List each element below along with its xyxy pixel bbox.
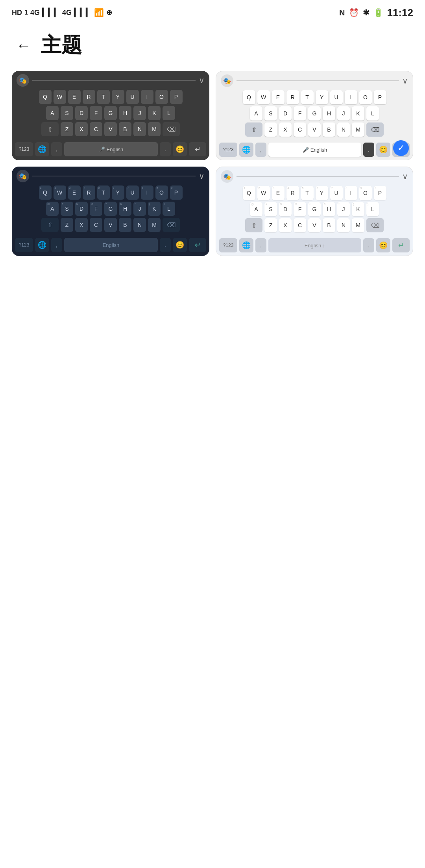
- period-key[interactable]: .: [363, 143, 374, 157]
- key-J[interactable]: *J: [337, 202, 350, 216]
- key-C[interactable]: C: [90, 122, 102, 136]
- globe-key[interactable]: 🌐: [239, 238, 253, 252]
- key-G[interactable]: G: [308, 106, 321, 121]
- key-J[interactable]: J: [133, 106, 146, 120]
- emoji-key[interactable]: 😊: [173, 142, 187, 156]
- key-Y[interactable]: 6Y: [112, 185, 124, 200]
- key-Q[interactable]: Q: [243, 90, 255, 104]
- theme-card-dark-gray[interactable]: 🎭 ∨ Q W E R T Y U I O P A S D: [12, 71, 209, 160]
- period-key[interactable]: .: [363, 238, 374, 252]
- key-G[interactable]: ^G: [104, 202, 117, 216]
- sym-key[interactable]: ?123: [15, 238, 33, 252]
- shift-key[interactable]: ⇧: [41, 122, 59, 136]
- key-K[interactable]: K: [352, 106, 364, 121]
- key-J[interactable]: J: [337, 106, 350, 121]
- key-I[interactable]: I: [141, 90, 153, 104]
- key-A[interactable]: A: [250, 106, 262, 121]
- key-A[interactable]: @A: [250, 202, 262, 216]
- comma-key[interactable]: ,: [51, 238, 62, 252]
- key-S[interactable]: #S: [264, 202, 277, 216]
- key-N[interactable]: N: [337, 122, 350, 137]
- key-L[interactable]: L: [163, 106, 175, 120]
- key-K[interactable]: (K: [148, 202, 161, 216]
- shift-key[interactable]: ⇧: [245, 122, 262, 137]
- key-K[interactable]: K: [148, 106, 161, 120]
- key-C[interactable]: C: [90, 218, 102, 232]
- theme-card-light-blue[interactable]: 🎭 ∨ 1Q 2W 3E 4R 5T 6Y 7U 8I 9O 0P @A #S …: [216, 167, 413, 256]
- key-W[interactable]: W: [54, 90, 66, 104]
- emoji-key[interactable]: 😊: [376, 143, 390, 157]
- key-U[interactable]: 7U: [330, 186, 343, 200]
- key-H[interactable]: H: [323, 106, 335, 121]
- key-V[interactable]: V: [308, 218, 321, 232]
- spacebar[interactable]: English ↑: [268, 238, 361, 252]
- backspace-key[interactable]: ⌫: [366, 122, 384, 137]
- key-B[interactable]: B: [323, 218, 335, 232]
- key-Z[interactable]: Z: [264, 218, 277, 232]
- globe-key[interactable]: 🌐: [239, 143, 253, 157]
- key-Z[interactable]: Z: [264, 122, 277, 137]
- key-U[interactable]: U: [126, 90, 139, 104]
- key-T[interactable]: T: [301, 90, 314, 104]
- comma-key[interactable]: ,: [255, 143, 266, 157]
- key-L[interactable]: L: [366, 106, 379, 121]
- key-C[interactable]: C: [294, 218, 306, 232]
- key-W[interactable]: W: [257, 90, 270, 104]
- spacebar[interactable]: English: [64, 238, 158, 252]
- sym-key[interactable]: ?123: [219, 238, 237, 252]
- key-R[interactable]: 4R: [83, 185, 95, 200]
- sym-key[interactable]: ?123: [219, 143, 237, 157]
- spacebar[interactable]: 🎤 English: [64, 142, 158, 156]
- key-B[interactable]: B: [119, 218, 131, 232]
- key-S[interactable]: S: [61, 106, 73, 120]
- key-E[interactable]: 3E: [272, 186, 285, 200]
- key-R[interactable]: R: [286, 90, 299, 104]
- back-button[interactable]: ←: [16, 37, 31, 54]
- key-R[interactable]: 4R: [286, 186, 299, 200]
- key-D[interactable]: D: [279, 106, 292, 121]
- key-Y[interactable]: Y: [112, 90, 124, 104]
- key-N[interactable]: N: [133, 218, 146, 232]
- key-L[interactable]: )L: [366, 202, 379, 216]
- key-V[interactable]: V: [308, 122, 321, 137]
- key-D[interactable]: $D: [279, 202, 292, 216]
- key-E[interactable]: E: [68, 90, 81, 104]
- comma-key[interactable]: ,: [255, 238, 266, 252]
- key-C[interactable]: C: [294, 122, 306, 137]
- key-S[interactable]: #S: [61, 202, 73, 216]
- key-Q[interactable]: Q: [39, 90, 52, 104]
- key-X[interactable]: X: [279, 218, 292, 232]
- period-key[interactable]: .: [160, 142, 171, 156]
- shift-key[interactable]: ⇧: [245, 218, 262, 232]
- key-M[interactable]: M: [352, 218, 364, 232]
- key-W[interactable]: 2W: [257, 186, 270, 200]
- key-P[interactable]: 0P: [374, 186, 386, 200]
- backspace-key[interactable]: ⌫: [366, 218, 384, 232]
- key-D[interactable]: D: [75, 106, 88, 120]
- key-Q[interactable]: 1Q: [39, 185, 52, 200]
- key-Z[interactable]: Z: [61, 218, 73, 232]
- key-E[interactable]: 3E: [68, 185, 81, 200]
- key-F[interactable]: %F: [90, 202, 102, 216]
- key-J[interactable]: *J: [133, 202, 146, 216]
- key-U[interactable]: U: [330, 90, 343, 104]
- key-U[interactable]: 7U: [126, 185, 139, 200]
- key-V[interactable]: V: [104, 218, 117, 232]
- key-N[interactable]: N: [337, 218, 350, 232]
- key-Y[interactable]: 6Y: [316, 186, 328, 200]
- key-X[interactable]: X: [279, 122, 292, 137]
- backspace-key[interactable]: ⌫: [163, 218, 180, 232]
- enter-key[interactable]: ↵: [189, 142, 206, 156]
- key-M[interactable]: M: [148, 122, 161, 136]
- key-B[interactable]: B: [119, 122, 131, 136]
- key-F[interactable]: %F: [294, 202, 306, 216]
- key-H[interactable]: &H: [119, 202, 131, 216]
- key-P[interactable]: P: [170, 90, 183, 104]
- key-Y[interactable]: Y: [316, 90, 328, 104]
- key-G[interactable]: ^G: [308, 202, 321, 216]
- key-T[interactable]: T: [97, 90, 110, 104]
- key-Z[interactable]: Z: [61, 122, 73, 136]
- key-I[interactable]: 8I: [141, 185, 153, 200]
- key-V[interactable]: V: [104, 122, 117, 136]
- key-P[interactable]: P: [374, 90, 386, 104]
